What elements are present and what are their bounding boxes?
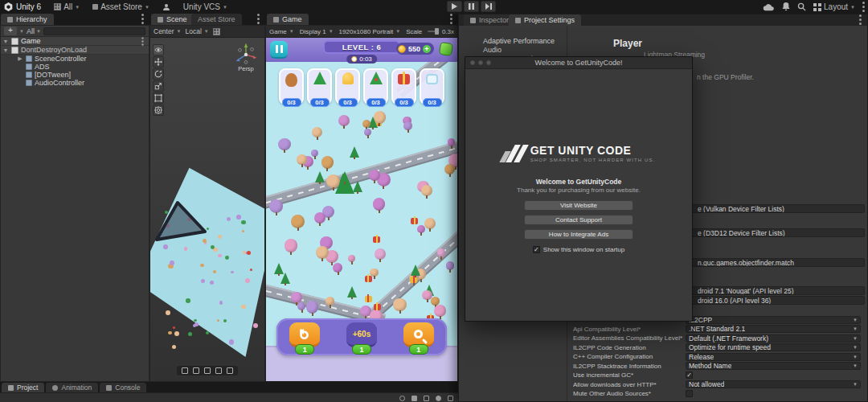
dialog-button-visit-website[interactable]: Visit Website — [524, 200, 633, 211]
gizmos-icon[interactable] — [193, 367, 199, 374]
add-coins-button[interactable]: + — [423, 45, 431, 53]
collect-card[interactable]: 0/3 — [420, 68, 444, 105]
tab-asset-store[interactable]: Asset Store — [191, 14, 242, 25]
collect-items-row: 0/30/30/30/30/30/3 — [266, 68, 457, 105]
settings-dropdown[interactable]: Optimize for runtime speed▼ — [686, 343, 861, 351]
collect-card[interactable]: 0/3 — [279, 68, 304, 105]
level-dot — [170, 260, 174, 265]
round-tree — [403, 121, 413, 131]
settings-checkbox[interactable]: ✓ — [686, 371, 693, 379]
settings-tabstrip: Inspector Project Settings — [459, 14, 867, 26]
grid-toggle-icon[interactable] — [213, 28, 220, 35]
settings-nav-item[interactable]: Adaptive Performance — [459, 37, 567, 46]
search-filter[interactable]: All▼ — [27, 27, 41, 35]
startup-checkbox-row[interactable]: ✓ Show this window on startup — [465, 246, 692, 253]
menu-all[interactable]: All▼ — [47, 0, 86, 14]
settings-dropdown[interactable]: Method Name▼ — [686, 362, 861, 370]
expand-arrow[interactable]: ▼ — [2, 39, 9, 44]
scale-slider-thumb[interactable] — [435, 28, 439, 35]
settings-nav-item[interactable]: Audio — [459, 46, 567, 55]
bell-icon[interactable] — [782, 2, 790, 11]
scene-viewport[interactable]: Persp — [150, 38, 264, 381]
tab-project[interactable]: Project — [2, 383, 44, 392]
menu-asset-store[interactable]: Asset Store▼ — [86, 0, 156, 14]
settings-dropdown[interactable]: Release▼ — [686, 353, 861, 361]
collect-card[interactable]: 0/3 — [307, 68, 332, 105]
settings-dropdown[interactable]: Not allowed▼ — [686, 380, 861, 388]
scene-kebab-icon[interactable] — [141, 40, 143, 42]
create-button[interactable]: + — [4, 27, 17, 35]
game-kebab-icon[interactable] — [450, 18, 452, 20]
scale-tool-button[interactable] — [153, 80, 164, 92]
startup-checkbox[interactable]: ✓ — [533, 246, 540, 253]
view-tool-button[interactable] — [153, 44, 164, 55]
search-icon[interactable] — [797, 2, 806, 11]
step-button[interactable] — [481, 1, 496, 12]
audio-icon[interactable] — [227, 367, 233, 374]
layout-menu[interactable]: Layout▼ — [813, 0, 855, 14]
pine-tree — [411, 265, 420, 276]
expand-arrow[interactable]: ▼ — [2, 47, 9, 53]
orientation-dropdown[interactable]: Local▼ — [185, 27, 208, 35]
rect-tool-button[interactable] — [153, 92, 164, 104]
kebab-menu-icon[interactable] — [862, 6, 865, 8]
tab-console[interactable]: Console — [100, 383, 146, 392]
tab-scene[interactable]: Scene — [151, 14, 194, 25]
lighting-icon[interactable] — [215, 367, 222, 374]
dialog-titlebar[interactable]: Welcome to GetUnityCode! — [465, 57, 692, 69]
hierarchy-item[interactable]: ▶SceneController — [1, 55, 149, 63]
pause-button-editor[interactable] — [464, 1, 479, 12]
grid-icon[interactable] — [204, 367, 211, 374]
settings-dropdown[interactable]: Default (.NET Framework)▼ — [686, 334, 861, 343]
cloud-icon[interactable] — [763, 3, 775, 11]
tab-project-settings[interactable]: Project Settings — [509, 14, 581, 26]
game-mode-dropdown[interactable]: Game▼ — [269, 28, 294, 35]
menu-unity-vcs[interactable]: Unity VCS▼ — [177, 0, 234, 14]
display-dropdown[interactable]: Display 1▼ — [300, 28, 334, 35]
tab-hierarchy[interactable]: Hierarchy — [1, 14, 54, 25]
gem-button[interactable] — [439, 42, 453, 56]
resolution-dropdown[interactable]: 1920x1080 Portrait▼ — [339, 28, 401, 35]
hierarchy-kebab-icon[interactable] — [141, 18, 144, 20]
play-button[interactable] — [447, 1, 462, 12]
scene-orientation-gizmo[interactable]: Persp — [231, 41, 261, 72]
game-screen[interactable]: LEVEL : 6 0:03 550 + 0/30/30/30/30/30/3 … — [266, 38, 457, 381]
tab-game[interactable]: Game — [267, 14, 309, 25]
account-icon-button[interactable] — [156, 0, 177, 14]
settings-dropdown[interactable]: IL2CPP▼ — [686, 316, 861, 324]
tab-inspector[interactable]: Inspector — [464, 14, 515, 26]
tab-animation[interactable]: Animation — [46, 383, 98, 392]
chevron-down-icon[interactable]: ▼ — [19, 29, 24, 34]
move-tool-button[interactable] — [153, 56, 164, 68]
transform-tool-button[interactable] — [153, 105, 164, 116]
scene-kebab-icon[interactable] — [257, 18, 260, 20]
game-pause-button[interactable] — [270, 41, 288, 59]
collect-card[interactable]: 0/3 — [391, 68, 416, 105]
rotate-tool-button[interactable] — [153, 68, 164, 80]
hierarchy-item[interactable]: AudioController — [1, 79, 149, 87]
layers-icon[interactable] — [448, 396, 453, 401]
level-dot — [217, 319, 219, 322]
scene-header-game[interactable]: ▼ Game — [1, 37, 149, 46]
settings-kebab-icon[interactable] — [859, 18, 862, 21]
expand-arrow[interactable]: ▶ — [17, 55, 23, 62]
projection-label[interactable]: Persp — [231, 65, 261, 72]
hierarchy-search-input[interactable] — [43, 27, 145, 35]
dialog-button-how-to-integrate-ads[interactable]: How to Integrate Ads — [524, 229, 633, 240]
hierarchy-item[interactable]: [DOTween] — [1, 71, 149, 79]
stats-icon[interactable] — [411, 396, 417, 401]
collect-card[interactable]: 0/3 — [335, 68, 360, 105]
settings-dropdown[interactable]: .NET Standard 2.1▼ — [686, 325, 861, 333]
mute-icon[interactable] — [399, 396, 405, 401]
camera-icon[interactable] — [182, 367, 188, 374]
settings-checkbox[interactable] — [686, 390, 693, 397]
collect-card[interactable]: 0/3 — [363, 68, 388, 105]
pivot-dropdown[interactable]: Center▼ — [154, 27, 181, 35]
scale-value: 0.3x — [442, 28, 454, 35]
vsync-icon[interactable] — [424, 396, 429, 401]
hierarchy-item[interactable]: ADS — [1, 63, 149, 71]
dialog-button-contact-support[interactable]: Contact Support — [524, 215, 633, 225]
scale-slider[interactable] — [428, 31, 436, 32]
record-icon[interactable] — [436, 396, 441, 401]
scene-header-dontdestroyonload[interactable]: ▼ DontDestroyOnLoad — [1, 46, 149, 55]
